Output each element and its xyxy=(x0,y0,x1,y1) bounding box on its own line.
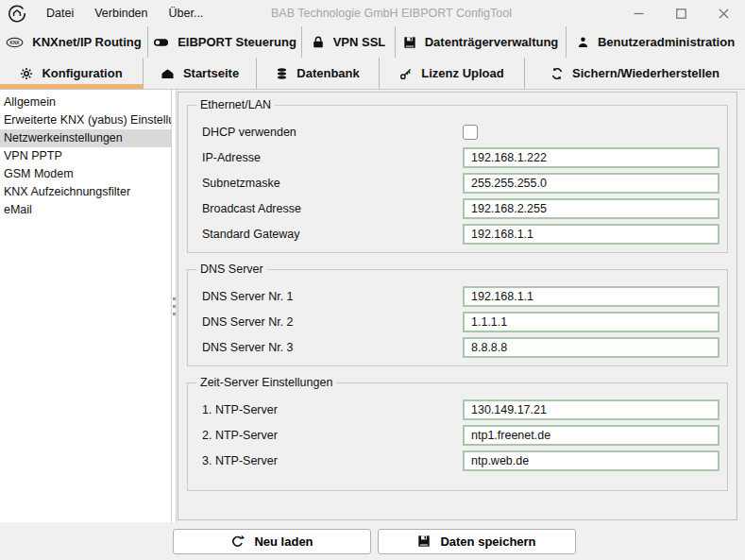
tab-label: Startseite xyxy=(183,66,239,80)
group-legend: Zeit-Server Einstellungen xyxy=(196,376,336,389)
tab-label: Konfiguration xyxy=(42,66,122,80)
tab-benutzeradministration[interactable]: Benutzeradministration xyxy=(567,26,745,58)
sidebar-item-vpn-pptp[interactable]: VPN PPTP xyxy=(0,147,171,165)
subnetzmaske-input[interactable] xyxy=(463,173,720,194)
tab-lizenz-upload[interactable]: Lizenz Upload xyxy=(380,58,525,89)
reload-icon xyxy=(230,535,245,549)
ip-adresse-label: IP-Adresse xyxy=(195,151,463,164)
user-icon xyxy=(577,36,589,49)
ethernet-lan-group: Ethernet/LAN DHCP verwenden IP-Adresse S… xyxy=(187,98,728,253)
sidebar-item-email[interactable]: eMail xyxy=(0,201,171,219)
splitter-grip-dot xyxy=(173,313,176,315)
tab-label: VPN SSL xyxy=(333,35,386,49)
field-row: 3. NTP-Server xyxy=(195,448,720,473)
standard-gateway-label: Standard Gateway xyxy=(195,228,463,241)
sync-icon xyxy=(550,67,564,80)
tab-label: Benutzeradministration xyxy=(598,35,735,49)
standard-gateway-input[interactable] xyxy=(463,224,720,245)
save-icon xyxy=(417,535,431,548)
tab-datenbank[interactable]: Datenbank xyxy=(257,58,380,89)
dns-server-2-input[interactable] xyxy=(463,312,720,332)
key-icon xyxy=(399,67,413,80)
settings-main: Ethernet/LAN DHCP verwenden IP-Adresse S… xyxy=(177,90,745,522)
ntp-server-1-input[interactable] xyxy=(463,399,720,420)
field-row: 2. NTP-Server xyxy=(195,422,720,448)
tab-vpn-ssl[interactable]: VPN SSL xyxy=(302,26,396,58)
window-title: BAB Technologie GmbH EIBPORT ConfigTool xyxy=(179,0,603,26)
dhcp-checkbox[interactable] xyxy=(463,125,478,140)
tab-strip-sections: Konfiguration Startseite Datenbank Lizen… xyxy=(0,58,745,90)
knx-icon: KNX xyxy=(6,37,24,48)
close-button[interactable] xyxy=(703,0,745,26)
disk-icon xyxy=(403,36,416,49)
dns-server-3-label: DNS Server Nr. 3 xyxy=(195,341,463,354)
group-legend: Ethernet/LAN xyxy=(196,98,275,111)
field-row: DNS Server Nr. 2 xyxy=(195,309,720,334)
tab-konfiguration[interactable]: Konfiguration xyxy=(0,58,144,89)
dns-server-3-input[interactable] xyxy=(463,337,720,358)
sidebar-item-netzwerkeinstellungen[interactable]: Netzwerkeinstellungen xyxy=(0,129,171,147)
save-button[interactable]: Daten speichern xyxy=(378,529,576,554)
tab-sichern-wiederherstellen[interactable]: Sichern/Wiederherstellen xyxy=(525,58,745,89)
sidebar-item-gsm-modem[interactable]: GSM Modem xyxy=(0,165,171,183)
settings-sidebar: Allgemein Erweiterte KNX (yabus) Einstel… xyxy=(0,90,171,522)
field-row: Subnetzmaske xyxy=(195,170,720,195)
splitter-grip-dot xyxy=(173,305,176,308)
ntp-server-1-label: 1. NTP-Server xyxy=(195,403,463,416)
dhcp-label: DHCP verwenden xyxy=(195,126,463,139)
tab-label: EIBPORT Steuerung xyxy=(178,35,296,49)
ntp-server-group: Zeit-Server Einstellungen 1. NTP-Server … xyxy=(187,376,728,491)
broadcast-adresse-label: Broadcast Adresse xyxy=(195,202,463,215)
tab-label: Sichern/Wiederherstellen xyxy=(572,66,720,80)
sidebar-item-allgemein[interactable]: Allgemein xyxy=(0,93,171,111)
toggle-icon xyxy=(153,38,169,47)
broadcast-adresse-input[interactable] xyxy=(463,198,720,219)
reload-button-label: Neu laden xyxy=(254,535,313,549)
menu-datei[interactable]: Datei xyxy=(36,0,84,26)
svg-text:KNX: KNX xyxy=(10,40,21,44)
maximize-button[interactable] xyxy=(660,0,703,26)
field-row: DNS Server Nr. 1 xyxy=(195,283,720,309)
dns-server-group: DNS Server DNS Server Nr. 1 DNS Server N… xyxy=(187,263,728,366)
subnetzmaske-label: Subnetzmaske xyxy=(195,177,463,190)
sidebar-item-knx-aufzeichnungsfilter[interactable]: KNX Aufzeichnungsfilter xyxy=(0,183,171,201)
tab-eibport-steuerung[interactable]: EIBPORT Steuerung xyxy=(148,26,302,58)
database-icon xyxy=(276,67,288,80)
tab-strip-modules: KNX KNXnet/IP Routing EIBPORT Steuerung … xyxy=(0,26,745,58)
content-area: Allgemein Erweiterte KNX (yabus) Einstel… xyxy=(0,90,745,522)
menu-verbinden[interactable]: Verbinden xyxy=(84,0,158,26)
ntp-server-3-input[interactable] xyxy=(463,450,720,471)
home-icon xyxy=(161,67,175,79)
app-window: Datei Verbinden Über... BAB Technologie … xyxy=(0,0,745,560)
gear-icon xyxy=(20,67,33,80)
tab-label: Datenträgerverwaltung xyxy=(425,35,559,49)
tab-label: Lizenz Upload xyxy=(421,66,503,80)
ntp-server-2-input[interactable] xyxy=(463,425,720,446)
sidebar-item-erweiterte-knx[interactable]: Erweiterte KNX (yabus) Einstellung xyxy=(0,111,171,129)
dhcp-row: DHCP verwenden xyxy=(195,119,720,144)
ntp-server-2-label: 2. NTP-Server xyxy=(195,429,463,442)
bab-logo-icon xyxy=(8,4,26,23)
splitter-grip-dot xyxy=(173,297,176,300)
dns-server-1-input[interactable] xyxy=(463,286,720,307)
footer-bar: Neu laden Daten speichern xyxy=(0,522,745,560)
minimize-button[interactable] xyxy=(618,0,660,26)
window-controls xyxy=(618,0,745,26)
titlebar: Datei Verbinden Über... BAB Technologie … xyxy=(0,0,745,26)
lock-icon xyxy=(312,35,325,49)
ntp-server-3-label: 3. NTP-Server xyxy=(195,454,463,467)
tab-datentraegerverwaltung[interactable]: Datenträgerverwaltung xyxy=(396,26,567,58)
field-row: 1. NTP-Server xyxy=(195,397,720,422)
reload-button[interactable]: Neu laden xyxy=(173,529,371,554)
menu-ueber[interactable]: Über... xyxy=(159,0,214,26)
ip-adresse-input[interactable] xyxy=(463,147,720,168)
tab-label: Datenbank xyxy=(296,66,359,80)
group-legend: DNS Server xyxy=(196,263,267,276)
tab-knxnet-ip-routing[interactable]: KNX KNXnet/IP Routing xyxy=(0,26,148,58)
dns-server-2-label: DNS Server Nr. 2 xyxy=(195,315,463,329)
field-row: Broadcast Adresse xyxy=(195,195,720,221)
field-row: DNS Server Nr. 3 xyxy=(195,334,720,360)
field-row: Standard Gateway xyxy=(195,221,720,246)
tab-startseite[interactable]: Startseite xyxy=(144,58,257,89)
network-settings-panel: Ethernet/LAN DHCP verwenden IP-Adresse S… xyxy=(178,92,737,520)
